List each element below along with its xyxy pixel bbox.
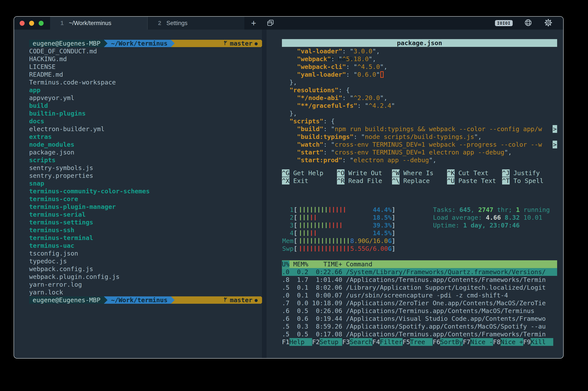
process-header[interactable]: U% MEM% TIME+ Command bbox=[282, 260, 557, 268]
fkey-bar: F1Help F2Setup F3SearchF4FilterF5Tree F6… bbox=[282, 338, 557, 346]
line-continues-marker: > bbox=[553, 141, 557, 148]
nano-code-line: }, bbox=[282, 78, 557, 86]
process-row[interactable]: .8 1.7 1:01.40 /Applications/Terminus.ap… bbox=[282, 276, 557, 284]
nano-shortcut: ^\ Replace bbox=[392, 177, 447, 185]
fkey-button[interactable]: F4Filter bbox=[372, 338, 403, 346]
fkey-button[interactable]: F7Nice - bbox=[463, 338, 493, 346]
prompt-git-segment: master ● bbox=[175, 296, 261, 304]
git-dirty-dot: ● bbox=[254, 40, 258, 47]
powerline-arrow bbox=[104, 296, 107, 304]
serial-ports-button[interactable]: IOIOI bbox=[495, 20, 513, 26]
fkey-button[interactable]: F6SortBy bbox=[433, 338, 463, 346]
close-button[interactable] bbox=[20, 21, 25, 26]
line-continues-marker: > bbox=[553, 125, 557, 133]
process-row[interactable]: .5 0.5 0:17.08 /Applications/Terminus.ap… bbox=[282, 330, 557, 338]
zoom-button[interactable] bbox=[39, 21, 44, 26]
file-item: yarn-error.log bbox=[29, 281, 262, 289]
file-item: terminus-core bbox=[29, 195, 262, 203]
file-item: LICENSE bbox=[29, 63, 262, 71]
htop-stat-line: Uptime: 1 day, 23:07:46 bbox=[433, 221, 550, 229]
nano-code-line: "resolutions": { bbox=[282, 86, 557, 94]
file-item: electron-builder.yml bbox=[29, 125, 262, 133]
prompt-user-segment: eugene@Eugenes-MBP bbox=[29, 40, 104, 47]
process-row[interactable]: .5 0.1 8:02.06 /Library/Application Supp… bbox=[282, 284, 557, 292]
minimize-button[interactable] bbox=[29, 21, 34, 26]
prompt-git-segment: master ● bbox=[175, 40, 261, 47]
file-item: scripts bbox=[29, 156, 262, 164]
fkey-button[interactable]: F5Tree bbox=[403, 338, 433, 346]
prompt-user-segment: eugene@Eugenes-MBP bbox=[29, 296, 104, 304]
nano-shortcut: ^J Justify bbox=[502, 169, 557, 177]
file-item: terminus-settings bbox=[29, 218, 262, 226]
file-item: app bbox=[29, 86, 262, 94]
file-item: terminus-serial bbox=[29, 211, 262, 218]
file-item: terminus-plugin-manager bbox=[29, 203, 262, 211]
settings-button[interactable] bbox=[544, 18, 553, 28]
nano-code: "val-loader": "3.0.0", "webpack": "^5.18… bbox=[282, 47, 557, 164]
nano-code-line: "webpack": "^5.18.0", bbox=[282, 55, 557, 63]
tab-index: 1 bbox=[61, 20, 64, 27]
tab-index: 2 bbox=[158, 20, 161, 27]
nano-shortcut: ^K Cut Text bbox=[447, 169, 502, 177]
tab-label: ~/Work/terminus bbox=[69, 20, 111, 27]
nano-editor: package.json GNU nano 4.5 "val-loader": … bbox=[282, 39, 557, 185]
file-item: terminus-uac bbox=[29, 242, 262, 250]
globe-icon bbox=[524, 24, 532, 28]
nano-shortcut: ^T To Spell bbox=[502, 177, 557, 185]
file-item: builtin-plugins bbox=[29, 109, 262, 117]
process-rows: .0 0.2 0:22.66 /System/Library/Framework… bbox=[282, 268, 557, 338]
fkey-button[interactable]: F3Search bbox=[342, 338, 372, 346]
prompt-path-segment: ~/Work/terminus bbox=[107, 40, 171, 47]
fkey-button[interactable]: F9Kill bbox=[523, 338, 553, 346]
file-item: extras bbox=[29, 133, 262, 141]
powerline-arrow bbox=[171, 296, 175, 304]
file-item: terminus-ssh bbox=[29, 226, 262, 234]
new-tab-button[interactable]: + bbox=[244, 17, 263, 30]
file-item: webpack.plugin.config.js bbox=[29, 273, 262, 281]
file-item: snap bbox=[29, 180, 262, 187]
nano-shortcut: ^O Write Out bbox=[337, 169, 392, 177]
terminal-pane-nano-htop[interactable]: package.json GNU nano 4.5 "val-loader": … bbox=[266, 30, 563, 359]
nano-cursor bbox=[380, 71, 384, 78]
git-branch-icon bbox=[178, 32, 228, 55]
fkey-button[interactable]: F8Nice + bbox=[493, 338, 523, 346]
maximize-pane-button[interactable] bbox=[263, 17, 278, 30]
tab-terminal[interactable]: 1 ~/Work/terminus bbox=[50, 17, 147, 30]
htop-stat-line: Tasks: 645, 2747 thr; 1 running bbox=[433, 206, 550, 214]
htop-stats: Tasks: 645, 2747 thr; 1 runningLoad aver… bbox=[433, 206, 550, 229]
process-row[interactable]: .6 0.6 0:19.44 /Applications/Visual Stud… bbox=[282, 315, 557, 322]
gear-icon bbox=[544, 24, 553, 28]
process-header-rest: MEM% TIME+ Command bbox=[290, 261, 372, 268]
process-row[interactable]: .7 0.0 10:18.09 /Applications/ZeroTier O… bbox=[282, 299, 557, 307]
nano-code-line: "**/graceful-fs": "^4.2.4" bbox=[282, 102, 557, 109]
process-row[interactable]: .0 0.1 0:00.07 /usr/sbin/screencapture -… bbox=[282, 292, 557, 299]
nano-shortcut: ^U Paste Text bbox=[447, 177, 502, 185]
git-dirty-dot: ● bbox=[254, 296, 258, 304]
nano-code-line: "scripts": { bbox=[282, 117, 557, 125]
sort-column-cpu[interactable]: U% bbox=[282, 261, 290, 268]
htop-stat-line: Load average: 4.66 8.32 10.01 bbox=[433, 214, 550, 221]
terminal-pane-shell[interactable]: eugene@Eugenes-MBP ~/Work/terminus maste… bbox=[14, 30, 262, 359]
htop: 1[44.4%]2[18.5%]3[39.3%]4[14.5%]Mem[8.90… bbox=[282, 206, 557, 346]
fkey-button[interactable]: F2Setup bbox=[312, 338, 342, 346]
shell-prompt-current: eugene@Eugenes-MBP ~/Work/terminus maste… bbox=[29, 296, 262, 304]
pane-divider[interactable] bbox=[262, 30, 266, 359]
nano-code-line: }, bbox=[282, 109, 557, 117]
web-button[interactable] bbox=[524, 18, 532, 28]
traffic-lights bbox=[14, 17, 50, 30]
meter: Mem[8.90G/16.0G] bbox=[282, 237, 557, 245]
nano-code-line: "start:prod": "electron app --debug", bbox=[282, 156, 557, 164]
process-row[interactable]: .5 0.3 8:59.26 /Applications/Spotify.app… bbox=[282, 322, 557, 330]
process-row[interactable]: .0 0.2 0:22.66 /System/Library/Framework… bbox=[282, 268, 557, 276]
process-row[interactable]: .6 0.5 0:26.06 /Applications/Terminus.ap… bbox=[282, 307, 557, 315]
file-item: sentry-symbols.js bbox=[29, 164, 262, 172]
tab-settings[interactable]: 2 Settings bbox=[147, 17, 244, 30]
nano-code-line: "yaml-loader": "0.6.0" bbox=[282, 71, 557, 78]
nano-shortcut: ^R Read File bbox=[337, 177, 392, 185]
file-list: CODE_OF_CONDUCT.mdHACKING.mdLICENSEREADM… bbox=[29, 47, 262, 296]
file-item: node_modules bbox=[29, 141, 262, 148]
fkey-button[interactable]: F1Help bbox=[282, 338, 312, 346]
powerline-arrow bbox=[104, 40, 107, 47]
nano-code-line: "start": "cross-env TERMINUS_DEV=1 elect… bbox=[282, 148, 557, 156]
meter: 4[14.5%] bbox=[282, 229, 557, 237]
